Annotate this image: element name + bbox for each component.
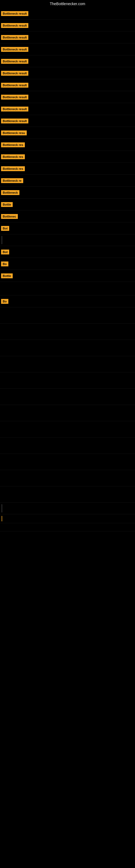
bottleneck-badge[interactable]: Bottleneck resu: [1, 130, 27, 135]
bottleneck-badge[interactable]: Bottleneck result: [1, 59, 28, 64]
list-item: Bottleneck result: [0, 103, 135, 115]
bottleneck-badge[interactable]: Bottle: [1, 273, 13, 278]
list-item: Bottleneck result: [0, 31, 135, 43]
list-item: [0, 282, 135, 296]
list-item: Bottleneck result: [0, 43, 135, 55]
list-item: Bo: [0, 296, 135, 307]
vertical-divider: [2, 504, 2, 513]
list-item: [0, 372, 135, 389]
bottleneck-badge[interactable]: Bot: [1, 250, 9, 254]
list-item: [0, 323, 135, 340]
list-item: Bottleneck result: [0, 20, 135, 31]
list-item: [0, 486, 135, 503]
list-item: Bottleneck result: [0, 79, 135, 91]
bottleneck-badge[interactable]: Bo: [1, 299, 8, 304]
bottleneck-badge[interactable]: Bottleneck res: [1, 143, 25, 147]
list-item: [0, 356, 135, 372]
bottleneck-badge[interactable]: Bottleneck result: [1, 83, 28, 88]
orange-line: [2, 516, 2, 521]
list-item: [0, 235, 135, 246]
list-item: [0, 437, 135, 454]
bottleneck-badge[interactable]: Bot: [1, 226, 9, 231]
bottleneck-badge[interactable]: Bottleneck res: [1, 154, 25, 159]
list-item: Bottleneck result: [0, 91, 135, 103]
list-item: [0, 307, 135, 323]
list-item: Bot: [0, 222, 135, 235]
list-item: [0, 454, 135, 470]
list-item: Bottleneck res: [0, 139, 135, 151]
list-item: [0, 514, 135, 523]
list-item: Bottleneck res: [0, 163, 135, 175]
list-item: Bottle: [0, 270, 135, 282]
list-item: Bottleneck: [0, 187, 135, 198]
list-item: Bottleneck result: [0, 8, 135, 20]
bottleneck-badge[interactable]: Bottleneck result: [1, 71, 28, 76]
list-item: [0, 470, 135, 486]
bottleneck-badge[interactable]: Bottleneck res: [1, 166, 25, 171]
bottleneck-badge[interactable]: Bottleneck result: [1, 23, 28, 28]
list-item: Bottleneck result: [0, 115, 135, 127]
list-item: Bottleneck result: [0, 67, 135, 79]
page-title: TheBottlenecker.com: [0, 0, 135, 8]
list-item: [0, 389, 135, 405]
vertical-divider: [2, 236, 2, 244]
list-item: [0, 421, 135, 437]
bottleneck-badge[interactable]: Bottlenec: [1, 214, 18, 219]
list-item: Bottleneck res: [0, 151, 135, 163]
bottleneck-badge[interactable]: Bottleneck re: [1, 178, 23, 183]
bottleneck-badge[interactable]: Bottleneck result: [1, 35, 28, 40]
list-item: [0, 340, 135, 356]
bottleneck-badge[interactable]: Bottleneck result: [1, 95, 28, 99]
list-item: Bot: [0, 246, 135, 258]
list-item: Bottleneck result: [0, 55, 135, 67]
list-item: Bottlenec: [0, 211, 135, 222]
bottleneck-badge[interactable]: Bottleneck result: [1, 106, 28, 112]
list-item: Bottleneck resu: [0, 127, 135, 139]
bottleneck-badge[interactable]: Bottleneck: [1, 190, 19, 195]
bottleneck-badge[interactable]: Bottle: [1, 202, 13, 207]
bottleneck-badge[interactable]: Bottleneck result: [1, 11, 28, 16]
list-item: [0, 523, 135, 531]
list-item: Bottleneck re: [0, 175, 135, 187]
list-item: Bo: [0, 258, 135, 270]
list-item: Bottle: [0, 198, 135, 211]
list-item: [0, 405, 135, 421]
list-item: [0, 503, 135, 514]
bottleneck-badge[interactable]: Bottleneck result: [1, 47, 28, 52]
bottleneck-badge[interactable]: Bottleneck result: [1, 119, 28, 123]
bottleneck-badge[interactable]: Bo: [1, 261, 8, 267]
